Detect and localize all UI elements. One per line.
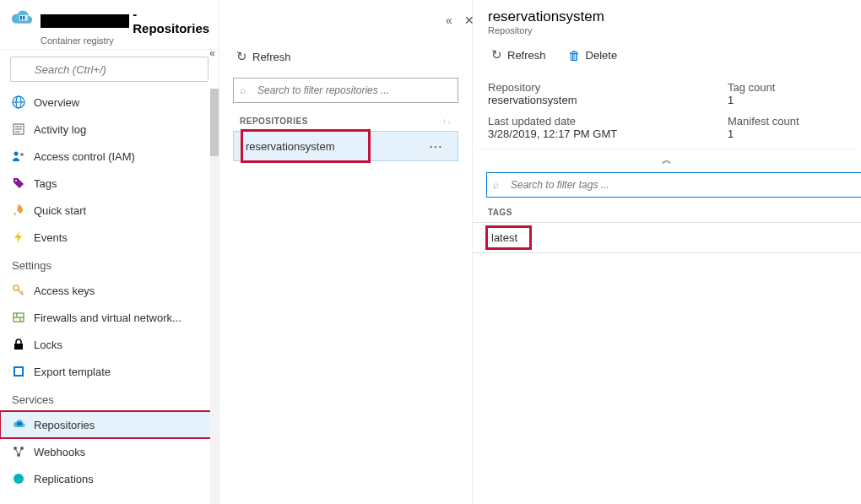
repo-filter-input[interactable] bbox=[233, 78, 458, 103]
sidebar-item-access-control-iam-[interactable]: Access control (IAM) bbox=[0, 143, 219, 170]
prop-tagcount-label: Tag count bbox=[728, 81, 846, 94]
svg-point-25 bbox=[14, 474, 24, 484]
sidebar-item-replications[interactable]: Replications bbox=[0, 465, 219, 492]
registry-icon bbox=[10, 8, 34, 25]
globe2-icon bbox=[12, 472, 25, 485]
collapse-blade-icon[interactable]: « bbox=[446, 14, 452, 27]
delete-button[interactable]: 🗑 Delete bbox=[565, 43, 621, 68]
tag-icon bbox=[12, 176, 25, 190]
prop-manifest-label: Manifest count bbox=[728, 115, 846, 127]
sidebar-item-tags[interactable]: Tags bbox=[0, 170, 219, 197]
hook-icon bbox=[12, 445, 25, 458]
svg-rect-20 bbox=[15, 368, 22, 375]
repo-icon bbox=[12, 418, 25, 431]
prop-updated-label: Last updated date bbox=[488, 115, 711, 127]
sidebar-item-overview[interactable]: Overview bbox=[0, 89, 219, 116]
svg-point-12 bbox=[15, 180, 17, 182]
svg-point-10 bbox=[14, 152, 19, 156]
repo-row[interactable]: reservationsystem ⋯ bbox=[233, 131, 458, 161]
delete-label: Delete bbox=[586, 49, 618, 62]
rocket-icon bbox=[12, 203, 25, 217]
sidebar-item-activity-log[interactable]: Activity log bbox=[0, 116, 219, 143]
prop-updated-value: 3/28/2019, 12:17 PM GMT bbox=[488, 127, 711, 140]
sidebar-item-events[interactable]: Events bbox=[0, 224, 219, 251]
tags-column-header[interactable]: TAGS bbox=[473, 204, 861, 223]
sidebar-search-input[interactable] bbox=[10, 57, 208, 82]
prop-tagcount-value: 1 bbox=[728, 94, 846, 106]
refresh-label: Refresh bbox=[252, 51, 291, 63]
sidebar-item-access-keys[interactable]: Access keys bbox=[0, 277, 219, 304]
scrollbar-thumb[interactable] bbox=[210, 89, 219, 156]
svg-rect-2 bbox=[23, 16, 24, 19]
sidebar-item-repositories[interactable]: Repositories bbox=[0, 411, 219, 438]
sidebar-item-locks[interactable]: Locks bbox=[0, 331, 219, 358]
repo-more-icon[interactable]: ⋯ bbox=[369, 138, 449, 154]
refresh-icon: ↻ bbox=[236, 49, 247, 64]
export-icon bbox=[12, 365, 25, 378]
refresh-label: Refresh bbox=[507, 49, 546, 62]
sidebar-item-quick-start[interactable]: Quick start bbox=[0, 197, 219, 224]
svg-point-11 bbox=[20, 153, 24, 156]
sidebar-item-webhooks[interactable]: Webhooks bbox=[0, 438, 219, 465]
section-services: Services bbox=[0, 385, 219, 411]
nav-label: Locks bbox=[34, 339, 62, 351]
prop-manifest-value: 1 bbox=[728, 127, 846, 140]
nav-label: Quick start bbox=[34, 204, 86, 217]
refresh-button-mid[interactable]: ↻ Refresh bbox=[233, 44, 295, 69]
sidebar-item-firewalls-and-virtual-network-[interactable]: Firewalls and virtual network... bbox=[0, 304, 219, 331]
tags-filter-input[interactable] bbox=[486, 172, 861, 198]
repo-name[interactable]: reservationsystem bbox=[242, 131, 369, 161]
page-subtitle: Container registry bbox=[41, 35, 214, 46]
nav-label: Access control (IAM) bbox=[34, 150, 135, 163]
repo-subtitle: Repository bbox=[488, 25, 846, 35]
nav-label: Activity log bbox=[34, 123, 86, 136]
lock-icon bbox=[12, 338, 25, 351]
nav-label: Overview bbox=[34, 96, 79, 109]
svg-rect-1 bbox=[20, 16, 22, 19]
tag-row[interactable]: latest bbox=[473, 223, 861, 253]
key-icon bbox=[12, 284, 25, 297]
sidebar-item-export-template[interactable]: Export template bbox=[0, 358, 219, 385]
redacted-name bbox=[41, 14, 129, 28]
repos-column-header[interactable]: REPOSITORIES ↑↓ bbox=[233, 111, 458, 131]
nav-label: Webhooks bbox=[34, 446, 85, 458]
firewall-icon bbox=[12, 311, 25, 324]
page-title: - Repositories bbox=[41, 7, 214, 35]
nav-label: Tags bbox=[34, 177, 57, 190]
trash-icon: 🗑 bbox=[568, 48, 581, 62]
tag-value[interactable]: latest bbox=[488, 228, 529, 247]
iam-icon bbox=[12, 149, 25, 163]
nav-label: Firewalls and virtual network... bbox=[34, 312, 181, 324]
collapse-props-icon[interactable]: ︽ bbox=[478, 149, 856, 169]
bolt-icon bbox=[12, 230, 25, 244]
nav-label: Repositories bbox=[34, 419, 95, 431]
prop-repository-value: reservationsystem bbox=[488, 94, 711, 106]
nav-label: Replications bbox=[34, 473, 94, 485]
globe-icon bbox=[12, 95, 25, 109]
refresh-button-right[interactable]: ↻ Refresh bbox=[488, 42, 550, 68]
svg-rect-18 bbox=[14, 344, 23, 350]
repo-title: reservationsystem bbox=[488, 8, 846, 25]
sidebar-nav: OverviewActivity logAccess control (IAM)… bbox=[0, 89, 219, 504]
sort-indicator-icon: ↑↓ bbox=[442, 117, 452, 126]
prop-repository-label: Repository bbox=[488, 81, 711, 94]
nav-label: Events bbox=[34, 231, 68, 244]
nav-label: Export template bbox=[34, 366, 111, 378]
svg-rect-21 bbox=[17, 422, 22, 425]
refresh-icon: ↻ bbox=[491, 47, 502, 62]
nav-label: Access keys bbox=[34, 285, 95, 297]
log-icon bbox=[12, 122, 25, 136]
section-settings: Settings bbox=[0, 251, 219, 277]
collapse-sidebar-icon[interactable]: « bbox=[209, 47, 215, 59]
title-suffix: - Repositories bbox=[133, 7, 214, 35]
